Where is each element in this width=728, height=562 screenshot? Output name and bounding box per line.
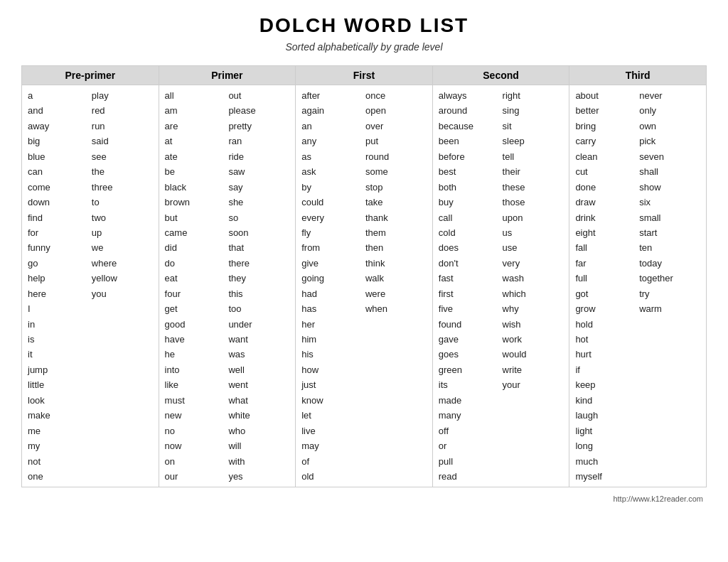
- word-item: help: [26, 271, 90, 286]
- word-item: if: [574, 362, 638, 377]
- word-item: ask: [300, 164, 364, 179]
- word-item: fall: [574, 240, 638, 255]
- word-item: had: [300, 286, 364, 301]
- word-item: are: [164, 119, 228, 134]
- word-item: may: [300, 438, 364, 453]
- word-item: say: [227, 180, 291, 195]
- word-item: under: [227, 317, 291, 332]
- word-item: only: [638, 103, 702, 118]
- word-item: go: [26, 256, 90, 271]
- grade-header-0: Pre-primer: [22, 66, 159, 85]
- word-subcol-3-1: rightsingsitsleeptelltheirthesethoseupon…: [501, 88, 565, 484]
- word-item: cold: [437, 225, 501, 240]
- word-item: how: [300, 362, 364, 377]
- word-item: me: [26, 423, 90, 438]
- word-item: yes: [227, 469, 291, 484]
- word-item: again: [300, 103, 364, 118]
- word-item: new: [164, 408, 228, 423]
- word-item: be: [164, 164, 228, 179]
- grade-header-3: Second: [433, 66, 569, 85]
- word-item: goes: [437, 347, 501, 362]
- word-subcol-0-0: aandawaybigbluecancomedownfindforfunnygo…: [26, 88, 90, 484]
- word-item: my: [26, 438, 90, 453]
- word-item: little: [26, 377, 90, 392]
- word-item: four: [164, 286, 228, 301]
- word-item: sing: [501, 103, 565, 118]
- word-item: he: [164, 347, 228, 362]
- word-item: once: [364, 88, 428, 103]
- word-item: gave: [437, 332, 501, 347]
- word-item: cut: [574, 164, 638, 179]
- word-item: hot: [574, 332, 638, 347]
- word-item: warm: [638, 301, 702, 316]
- word-item: so: [227, 210, 291, 225]
- word-item: did: [164, 240, 228, 255]
- word-item: like: [164, 377, 228, 392]
- word-item: come: [26, 180, 90, 195]
- word-item: best: [437, 164, 501, 179]
- word-item: laugh: [574, 408, 638, 423]
- word-item: has: [300, 301, 364, 316]
- word-item: better: [574, 103, 638, 118]
- word-item: sit: [501, 119, 565, 134]
- word-item: will: [227, 438, 291, 453]
- word-item: soon: [227, 225, 291, 240]
- word-item: know: [300, 393, 364, 408]
- word-item: write: [501, 362, 565, 377]
- word-item: why: [501, 301, 565, 316]
- word-item: there: [227, 256, 291, 271]
- word-item: pull: [437, 454, 501, 469]
- word-item: buy: [437, 195, 501, 210]
- grade-col-pre-primer: Pre-primeraandawaybigbluecancomedownfind…: [22, 66, 159, 487]
- word-item: light: [574, 423, 638, 438]
- word-item: get: [164, 301, 228, 316]
- word-item: call: [437, 210, 501, 225]
- word-item: fly: [300, 225, 364, 240]
- word-item: long: [574, 438, 638, 453]
- word-item: going: [300, 271, 364, 286]
- word-item: where: [90, 256, 154, 271]
- word-item: our: [164, 469, 228, 484]
- word-item: her: [300, 317, 364, 332]
- word-item: run: [90, 119, 154, 134]
- page-title: DOLCH WORD LIST: [21, 14, 707, 37]
- word-item: have: [164, 332, 228, 347]
- word-item: by: [300, 180, 364, 195]
- word-item: kind: [574, 393, 638, 408]
- word-item: as: [300, 149, 364, 164]
- word-item: out: [227, 88, 291, 103]
- word-item: let: [300, 408, 364, 423]
- word-item: bring: [574, 119, 638, 134]
- word-item: round: [364, 149, 428, 164]
- word-item: from: [300, 240, 364, 255]
- grade-words-0: aandawaybigbluecancomedownfindforfunnygo…: [22, 85, 159, 487]
- word-item: been: [437, 134, 501, 148]
- word-item: then: [364, 240, 428, 255]
- word-item: good: [164, 317, 228, 332]
- word-item: find: [26, 210, 90, 225]
- word-item: two: [90, 210, 154, 225]
- word-item: because: [437, 119, 501, 134]
- word-item: carry: [574, 134, 638, 148]
- word-item: we: [90, 240, 154, 255]
- word-item: does: [437, 240, 501, 255]
- word-item: these: [501, 180, 565, 195]
- word-subcol-1-0: allamareatatebeblackbrownbutcamediddoeat…: [164, 88, 228, 484]
- word-item: ride: [227, 149, 291, 164]
- word-item: around: [437, 103, 501, 118]
- word-item: give: [300, 256, 364, 271]
- word-item: make: [26, 408, 90, 423]
- word-item: work: [501, 332, 565, 347]
- word-subcol-4-1: neveronlyownpicksevenshallshowsixsmallst…: [638, 88, 702, 484]
- word-item: jump: [26, 362, 90, 377]
- word-item: that: [227, 240, 291, 255]
- word-item: came: [164, 225, 228, 240]
- word-item: open: [364, 103, 428, 118]
- word-item: keep: [574, 377, 638, 392]
- word-item: wash: [501, 271, 565, 286]
- word-item: the: [90, 164, 154, 179]
- word-item: old: [300, 469, 364, 484]
- word-item: it: [26, 347, 90, 362]
- word-item: and: [26, 103, 90, 118]
- word-item: too: [227, 301, 291, 316]
